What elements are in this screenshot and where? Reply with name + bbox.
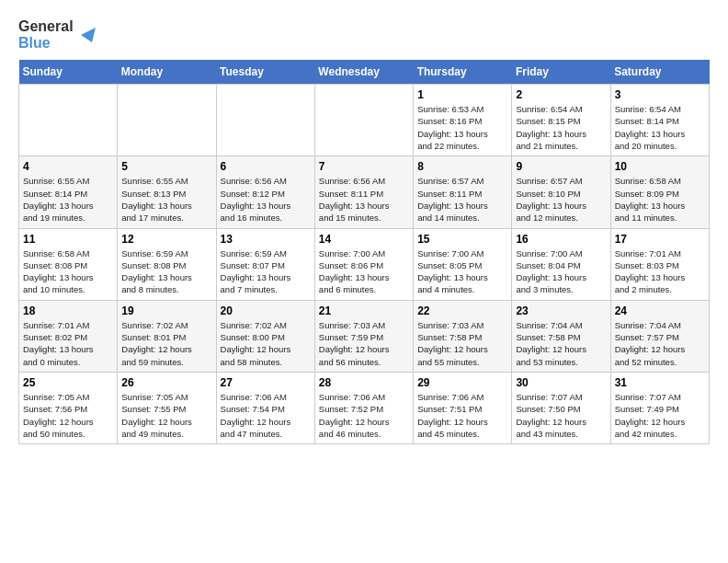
day-number: 17 xyxy=(615,233,705,246)
day-number: 23 xyxy=(516,304,606,317)
day-cell: 23Sunrise: 7:04 AMSunset: 7:58 PMDayligh… xyxy=(512,300,610,372)
day-info: Sunrise: 6:57 AMSunset: 8:10 PMDaylight:… xyxy=(516,175,606,224)
day-cell: 17Sunrise: 7:01 AMSunset: 8:03 PMDayligh… xyxy=(610,228,709,300)
day-cell: 3Sunrise: 6:54 AMSunset: 8:14 PMDaylight… xyxy=(610,85,709,156)
day-number: 8 xyxy=(417,160,507,173)
day-info: Sunrise: 7:01 AMSunset: 8:03 PMDaylight:… xyxy=(615,247,705,296)
day-number: 22 xyxy=(417,304,507,317)
day-number: 4 xyxy=(23,160,113,173)
day-info: Sunrise: 7:05 AMSunset: 7:55 PMDaylight:… xyxy=(121,391,211,440)
day-cell: 16Sunrise: 7:00 AMSunset: 8:04 PMDayligh… xyxy=(512,228,610,300)
week-row-4: 18Sunrise: 7:01 AMSunset: 8:02 PMDayligh… xyxy=(19,300,710,372)
day-info: Sunrise: 7:04 AMSunset: 7:58 PMDaylight:… xyxy=(516,319,606,368)
day-cell: 10Sunrise: 6:58 AMSunset: 8:09 PMDayligh… xyxy=(610,156,709,228)
day-info: Sunrise: 6:57 AMSunset: 8:11 PMDaylight:… xyxy=(417,175,507,224)
day-info: Sunrise: 7:03 AMSunset: 7:58 PMDaylight:… xyxy=(417,319,507,368)
day-cell: 11Sunrise: 6:58 AMSunset: 8:08 PMDayligh… xyxy=(19,228,118,300)
column-header-wednesday: Wednesday xyxy=(314,60,413,85)
day-info: Sunrise: 7:06 AMSunset: 7:52 PMDaylight:… xyxy=(319,391,409,440)
day-info: Sunrise: 6:56 AMSunset: 8:12 PMDaylight:… xyxy=(221,175,311,224)
day-number: 21 xyxy=(319,304,409,317)
day-info: Sunrise: 7:03 AMSunset: 7:59 PMDaylight:… xyxy=(319,319,409,368)
day-number: 9 xyxy=(516,160,606,173)
day-number: 13 xyxy=(221,233,311,246)
day-cell: 31Sunrise: 7:07 AMSunset: 7:49 PMDayligh… xyxy=(610,372,709,443)
day-info: Sunrise: 6:54 AMSunset: 8:14 PMDaylight:… xyxy=(615,103,705,152)
logo-arrow-icon xyxy=(77,24,99,46)
day-cell: 29Sunrise: 7:06 AMSunset: 7:51 PMDayligh… xyxy=(414,372,512,443)
day-cell xyxy=(118,85,216,156)
day-cell: 28Sunrise: 7:06 AMSunset: 7:52 PMDayligh… xyxy=(314,372,413,443)
svg-marker-0 xyxy=(81,28,96,42)
day-number: 3 xyxy=(615,88,705,101)
logo-blue: Blue xyxy=(18,35,74,52)
day-info: Sunrise: 7:01 AMSunset: 8:02 PMDaylight:… xyxy=(23,319,113,368)
logo-text-block: General Blue xyxy=(18,18,74,51)
day-cell: 1Sunrise: 6:53 AMSunset: 8:16 PMDaylight… xyxy=(414,85,512,156)
day-cell: 21Sunrise: 7:03 AMSunset: 7:59 PMDayligh… xyxy=(314,300,413,372)
day-cell: 22Sunrise: 7:03 AMSunset: 7:58 PMDayligh… xyxy=(414,300,512,372)
day-cell: 13Sunrise: 6:59 AMSunset: 8:07 PMDayligh… xyxy=(216,228,314,300)
day-cell: 18Sunrise: 7:01 AMSunset: 8:02 PMDayligh… xyxy=(19,300,118,372)
week-row-1: 1Sunrise: 6:53 AMSunset: 8:16 PMDaylight… xyxy=(19,85,710,156)
day-info: Sunrise: 7:06 AMSunset: 7:51 PMDaylight:… xyxy=(417,391,507,440)
day-number: 29 xyxy=(417,376,507,389)
day-number: 26 xyxy=(121,376,211,389)
day-number: 19 xyxy=(121,304,211,317)
day-info: Sunrise: 6:59 AMSunset: 8:08 PMDaylight:… xyxy=(121,247,211,296)
day-number: 28 xyxy=(319,376,409,389)
day-info: Sunrise: 6:55 AMSunset: 8:14 PMDaylight:… xyxy=(23,175,113,224)
day-number: 5 xyxy=(121,160,211,173)
day-info: Sunrise: 6:59 AMSunset: 8:07 PMDaylight:… xyxy=(221,247,311,296)
day-cell: 25Sunrise: 7:05 AMSunset: 7:56 PMDayligh… xyxy=(19,372,118,443)
day-number: 24 xyxy=(615,304,705,317)
day-cell: 5Sunrise: 6:55 AMSunset: 8:13 PMDaylight… xyxy=(118,156,216,228)
day-info: Sunrise: 7:05 AMSunset: 7:56 PMDaylight:… xyxy=(23,391,113,440)
day-number: 18 xyxy=(23,304,113,317)
day-cell: 7Sunrise: 6:56 AMSunset: 8:11 PMDaylight… xyxy=(314,156,413,228)
day-cell: 2Sunrise: 6:54 AMSunset: 8:15 PMDaylight… xyxy=(512,85,610,156)
day-cell xyxy=(19,85,118,156)
logo-general: General xyxy=(18,18,74,35)
day-number: 7 xyxy=(319,160,409,173)
day-number: 16 xyxy=(516,233,606,246)
day-number: 10 xyxy=(615,160,705,173)
day-number: 12 xyxy=(121,233,211,246)
day-number: 31 xyxy=(615,376,705,389)
week-row-2: 4Sunrise: 6:55 AMSunset: 8:14 PMDaylight… xyxy=(19,156,710,228)
day-cell: 26Sunrise: 7:05 AMSunset: 7:55 PMDayligh… xyxy=(118,372,216,443)
day-cell: 27Sunrise: 7:06 AMSunset: 7:54 PMDayligh… xyxy=(216,372,314,443)
day-cell: 8Sunrise: 6:57 AMSunset: 8:11 PMDaylight… xyxy=(414,156,512,228)
logo: General Blue xyxy=(18,18,99,51)
day-info: Sunrise: 6:53 AMSunset: 8:16 PMDaylight:… xyxy=(417,103,507,152)
page-header: General Blue xyxy=(18,18,710,51)
column-header-saturday: Saturday xyxy=(610,60,709,85)
day-info: Sunrise: 6:56 AMSunset: 8:11 PMDaylight:… xyxy=(319,175,409,224)
day-number: 15 xyxy=(417,233,507,246)
day-info: Sunrise: 7:02 AMSunset: 8:01 PMDaylight:… xyxy=(121,319,211,368)
day-info: Sunrise: 7:06 AMSunset: 7:54 PMDaylight:… xyxy=(221,391,311,440)
week-row-3: 11Sunrise: 6:58 AMSunset: 8:08 PMDayligh… xyxy=(19,228,710,300)
day-info: Sunrise: 7:00 AMSunset: 8:04 PMDaylight:… xyxy=(516,247,606,296)
day-cell: 4Sunrise: 6:55 AMSunset: 8:14 PMDaylight… xyxy=(19,156,118,228)
day-cell xyxy=(216,85,314,156)
day-cell: 15Sunrise: 7:00 AMSunset: 8:05 PMDayligh… xyxy=(414,228,512,300)
day-cell xyxy=(314,85,413,156)
day-number: 14 xyxy=(319,233,409,246)
day-number: 6 xyxy=(221,160,311,173)
column-header-sunday: Sunday xyxy=(19,60,118,85)
calendar-table: SundayMondayTuesdayWednesdayThursdayFrid… xyxy=(18,60,710,444)
day-number: 11 xyxy=(23,233,113,246)
day-info: Sunrise: 7:07 AMSunset: 7:50 PMDaylight:… xyxy=(516,391,606,440)
day-info: Sunrise: 7:00 AMSunset: 8:05 PMDaylight:… xyxy=(417,247,507,296)
day-number: 25 xyxy=(23,376,113,389)
day-info: Sunrise: 7:07 AMSunset: 7:49 PMDaylight:… xyxy=(615,391,705,440)
day-info: Sunrise: 6:58 AMSunset: 8:08 PMDaylight:… xyxy=(23,247,113,296)
day-info: Sunrise: 7:00 AMSunset: 8:06 PMDaylight:… xyxy=(319,247,409,296)
day-info: Sunrise: 6:58 AMSunset: 8:09 PMDaylight:… xyxy=(615,175,705,224)
column-header-friday: Friday xyxy=(512,60,610,85)
header-row: SundayMondayTuesdayWednesdayThursdayFrid… xyxy=(19,60,710,85)
day-info: Sunrise: 6:55 AMSunset: 8:13 PMDaylight:… xyxy=(121,175,211,224)
day-cell: 9Sunrise: 6:57 AMSunset: 8:10 PMDaylight… xyxy=(512,156,610,228)
day-number: 30 xyxy=(516,376,606,389)
